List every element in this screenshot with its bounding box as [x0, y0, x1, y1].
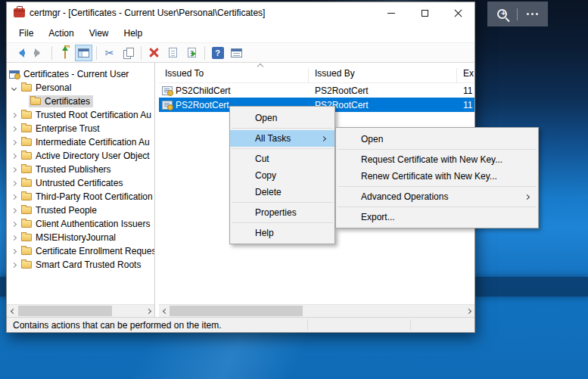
folder-icon [21, 179, 32, 187]
expand-collapse-toggle[interactable] [8, 141, 20, 144]
copy-icon [123, 48, 134, 58]
expand-collapse-toggle[interactable] [8, 263, 20, 267]
submenu-arrow-icon [321, 135, 326, 141]
more-options-ellipsis-icon[interactable] [527, 13, 538, 15]
tree-item-active-directory-user-object[interactable]: Active Directory User Object [7, 149, 154, 163]
tree-item-smart-card-trusted-roots[interactable]: Smart Card Trusted Roots [7, 258, 154, 272]
cut-button[interactable]: ✂ [101, 45, 118, 61]
tree-item-trusted-root-certification-authorities[interactable]: Trusted Root Certification Au [7, 108, 154, 122]
expand-collapse-toggle[interactable] [8, 209, 20, 213]
delete-button[interactable] [145, 45, 163, 61]
context-menu-copy[interactable]: Copy [230, 167, 334, 184]
menu-separator [232, 128, 333, 129]
toolbar: ✂ ? [7, 43, 474, 63]
copy-button[interactable] [120, 45, 137, 61]
expand-collapse-toggle[interactable] [8, 127, 20, 131]
menu-file[interactable]: File [11, 25, 41, 42]
close-icon [454, 9, 462, 17]
chevron-right-icon [11, 221, 17, 226]
menu-separator [232, 202, 333, 203]
expand-collapse-toggle[interactable] [8, 250, 20, 253]
maximize-icon [422, 10, 428, 17]
submenu-advanced-operations[interactable]: Advanced Operations [336, 188, 538, 205]
menu-action[interactable]: Action [41, 25, 81, 42]
tree-item-third-party-root-certification[interactable]: Third-Party Root Certification [7, 190, 154, 203]
scroll-right-arrow[interactable] [462, 305, 474, 317]
export-list-icon [188, 48, 196, 57]
mmc-toolbox-icon [14, 8, 25, 17]
folder-icon [21, 247, 32, 255]
submenu-open[interactable]: Open [336, 131, 538, 148]
toolbar-separator [96, 46, 97, 60]
back-button[interactable] [11, 45, 29, 61]
chevron-right-icon [11, 166, 17, 172]
properties-icon [169, 48, 177, 57]
submenu-export[interactable]: Export... [336, 209, 538, 225]
toolbar-separator [204, 46, 205, 60]
column-header-expiration[interactable]: Ex [457, 68, 474, 82]
expand-collapse-toggle[interactable] [8, 168, 20, 172]
menu-separator [232, 222, 333, 223]
context-menu-properties[interactable]: Properties [230, 204, 334, 221]
maximize-button[interactable] [408, 2, 441, 23]
show-console-tree-button[interactable] [75, 45, 92, 61]
forward-button[interactable] [30, 45, 48, 61]
tree-item-certificate-enrollment-requests[interactable]: Certificate Enrollment Reques [7, 244, 154, 258]
menu-help[interactable]: Help [117, 25, 151, 42]
expand-collapse-toggle[interactable] [8, 154, 20, 158]
context-menu-help[interactable]: Help [230, 225, 334, 241]
context-menu-open[interactable]: Open [230, 110, 334, 126]
tree-horizontal-scrollbar[interactable] [7, 304, 154, 317]
certificate-icon [162, 86, 173, 95]
scroll-right-arrow[interactable] [142, 305, 154, 317]
scroll-left-arrow[interactable] [7, 305, 19, 317]
zoom-magnifier-plus-icon[interactable]: + [497, 9, 507, 19]
tree-item-msiehistoryjournal[interactable]: MSIEHistoryJournal [7, 231, 154, 244]
expand-collapse-toggle[interactable] [8, 236, 20, 240]
menu-separator [338, 207, 537, 207]
properties-button[interactable] [164, 45, 182, 61]
screen-overlay-toolbar: + [487, 2, 548, 26]
certificate-row-ps2childcert[interactable]: PS2ChildCert PS2RootCert 11 [159, 83, 474, 98]
context-menu-delete[interactable]: Delete [230, 184, 334, 200]
tree-item-trusted-people[interactable]: Trusted People [7, 203, 154, 217]
list-view-button[interactable] [228, 45, 245, 61]
cut-icon: ✂ [105, 48, 114, 58]
folder-icon [21, 261, 32, 269]
tree-item-personal[interactable]: Personal [7, 81, 154, 95]
up-one-level-button[interactable] [56, 45, 73, 61]
menu-separator [338, 186, 537, 187]
list-horizontal-scrollbar[interactable] [159, 304, 474, 317]
tree-item-certificates-current-user[interactable]: Certificates - Current User [7, 67, 154, 81]
folder-icon [21, 125, 32, 132]
back-icon [14, 48, 26, 57]
tree-item-enterprise-trust[interactable]: Enterprise Trust [7, 122, 154, 135]
tree-item-client-authentication-issuers[interactable]: Client Authentication Issuers [7, 217, 154, 231]
column-header-issued-to[interactable]: Issued To [159, 68, 309, 82]
expand-collapse-toggle[interactable] [8, 222, 20, 226]
help-button[interactable]: ? [209, 45, 226, 61]
tree-item-certificates[interactable]: Certificates [7, 95, 154, 108]
expand-collapse-toggle[interactable] [8, 182, 20, 185]
title-bar: certmgr - [Certificates - Current User\P… [7, 2, 474, 23]
chevron-right-icon [11, 207, 17, 213]
tree-item-untrusted-certificates[interactable]: Untrusted Certificates [7, 176, 154, 190]
submenu-request-certificate[interactable]: Request Certificate with New Key... [336, 151, 538, 168]
context-menu-all-tasks[interactable]: All Tasks [230, 130, 334, 147]
scrollbar-thumb[interactable] [170, 306, 303, 316]
folder-icon [21, 207, 32, 214]
tree-item-trusted-publishers[interactable]: Trusted Publishers [7, 163, 154, 176]
scrollbar-thumb[interactable] [18, 306, 112, 316]
column-header-issued-by[interactable]: Issued By [309, 68, 457, 82]
menu-bar: File Action View Help [7, 23, 474, 43]
close-button[interactable] [441, 2, 474, 23]
export-list-button[interactable] [183, 45, 201, 61]
expand-collapse-toggle[interactable] [8, 86, 20, 90]
expand-collapse-toggle[interactable] [8, 113, 20, 117]
expand-collapse-toggle[interactable] [8, 195, 20, 199]
context-menu-cut[interactable]: Cut [230, 151, 334, 167]
minimize-button[interactable] [375, 2, 408, 23]
menu-view[interactable]: View [82, 25, 117, 42]
tree-item-intermediate-certification-authorities[interactable]: Intermediate Certification Au [7, 135, 154, 149]
submenu-renew-certificate[interactable]: Renew Certificate with New Key... [336, 168, 538, 185]
